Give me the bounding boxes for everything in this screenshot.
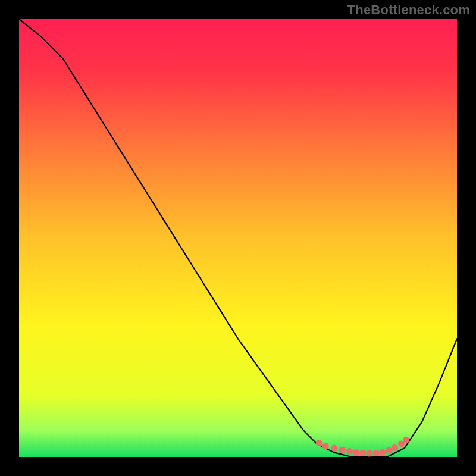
sweet-spot-dot: [372, 450, 379, 456]
sweet-spot-dot: [359, 450, 366, 456]
chart-background: [19, 19, 457, 457]
sweet-spot-dot: [386, 447, 392, 453]
sweet-spot-dot: [353, 449, 359, 456]
sweet-spot-dot: [339, 447, 346, 453]
sweet-spot-dot: [392, 444, 398, 451]
sweet-spot-dot: [403, 437, 409, 443]
sweet-spot-dot: [322, 443, 329, 449]
sweet-spot-dot: [331, 445, 337, 452]
sweet-spot-dot: [316, 440, 322, 446]
sweet-spot-dot: [346, 448, 353, 455]
chart-frame: TheBottleneck.com: [0, 0, 476, 476]
sweet-spot-dot: [366, 450, 372, 457]
watermark-text: TheBottleneck.com: [347, 2, 470, 18]
sweet-spot-dot: [379, 449, 386, 455]
bottleneck-chart: [19, 19, 457, 457]
